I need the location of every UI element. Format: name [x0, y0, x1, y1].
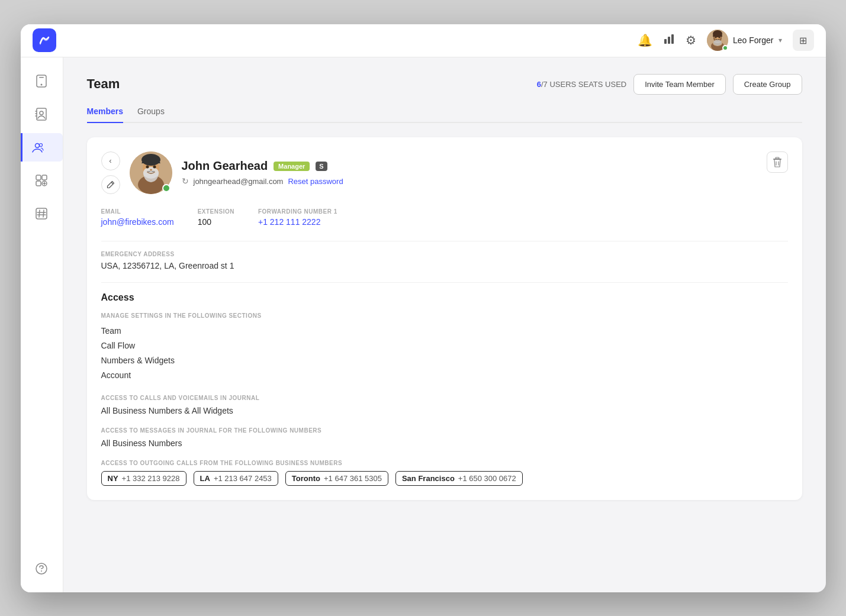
member-info: John Gearhead Manager S ↻ johngearhead@g… — [182, 159, 788, 186]
email-login-icon: ↻ — [182, 176, 189, 186]
voicemails-value: All Business Numbers & All Widgets — [101, 406, 788, 415]
number-la: +1 213 647 2453 — [214, 474, 272, 483]
member-header: ‹ — [101, 151, 788, 194]
outgoing-label: ACCESS TO OUTGOING CALLS FROM THE FOLLOW… — [101, 460, 788, 466]
svg-point-14 — [41, 83, 43, 85]
chart-icon[interactable] — [663, 33, 675, 48]
user-chip[interactable]: Leo Forger ▾ — [707, 30, 781, 51]
detail-grid: EMAIL john@firebikes.com EXTENSION 100 F… — [101, 208, 788, 227]
sidebar-item-contacts[interactable] — [27, 100, 56, 128]
city-ny: NY — [108, 474, 118, 483]
settings-icon[interactable]: ⚙ — [686, 33, 696, 47]
tab-groups[interactable]: Groups — [137, 107, 165, 122]
s-badge: S — [316, 162, 327, 171]
number-toronto: +1 647 361 5305 — [324, 474, 382, 483]
edit-member-button[interactable] — [101, 175, 120, 194]
email-field: EMAIL john@firebikes.com — [101, 208, 174, 227]
svg-rect-15 — [39, 77, 44, 78]
page-title: Team — [87, 76, 120, 92]
number-sf: +1 650 300 0672 — [458, 474, 516, 483]
grid-menu-icon[interactable]: ⊞ — [793, 30, 814, 51]
sidebar-item-team[interactable] — [21, 133, 63, 162]
list-item: Call Flow — [101, 338, 788, 353]
member-name: John Gearhead — [182, 159, 268, 173]
member-avatar-container — [130, 151, 172, 194]
seats-used: 6 — [537, 80, 541, 89]
topbar: 🔔 ⚙ — [21, 24, 826, 57]
extension-label: EXTENSION — [198, 208, 234, 215]
email-label: EMAIL — [101, 208, 174, 215]
create-group-button[interactable]: Create Group — [733, 74, 802, 95]
member-email-row: ↻ johngearhead@gmail.com Reset password — [182, 176, 788, 186]
sidebar-item-channels[interactable] — [27, 199, 56, 228]
page-header: Team 6/7 USERS SEATS USED Invite Team Me… — [87, 74, 802, 95]
svg-line-36 — [111, 182, 113, 184]
seats-label: USERS SEATS USED — [549, 80, 626, 89]
sidebar-item-phone[interactable] — [27, 67, 56, 95]
svg-point-22 — [39, 143, 42, 146]
tab-members[interactable]: Members — [87, 107, 123, 122]
tabs: Members Groups — [87, 107, 802, 123]
sidebar-item-help[interactable] — [27, 554, 56, 583]
topbar-actions: 🔔 ⚙ — [638, 30, 813, 51]
member-card: ‹ — [87, 137, 802, 501]
svg-point-41 — [146, 165, 149, 168]
member-name-row: John Gearhead Manager S — [182, 159, 788, 173]
list-item: Team — [101, 324, 788, 338]
svg-rect-24 — [42, 175, 47, 180]
sidebar — [21, 57, 63, 592]
svg-rect-0 — [664, 39, 667, 44]
member-online-status — [162, 184, 171, 192]
prev-member-button[interactable]: ‹ — [101, 151, 120, 170]
city-la: LA — [200, 474, 210, 483]
online-status-dot — [722, 45, 728, 51]
divider-1 — [101, 241, 788, 241]
emergency-address-section: EMERGENCY ADDRESS USA, 12356712, LA, Gre… — [101, 251, 788, 270]
main-content: Team 6/7 USERS SEATS USED Invite Team Me… — [63, 57, 826, 592]
main-layout: Team 6/7 USERS SEATS USED Invite Team Me… — [21, 57, 826, 592]
svg-point-35 — [41, 570, 42, 572]
emergency-address-value: USA, 12356712, LA, Greenroad st 1 — [101, 261, 788, 270]
svg-point-17 — [40, 111, 43, 115]
emergency-address-label: EMERGENCY ADDRESS — [101, 251, 788, 257]
svg-rect-25 — [36, 181, 41, 186]
svg-rect-29 — [36, 208, 47, 219]
extension-value: 100 — [198, 217, 234, 227]
forwarding-value: +1 212 111 2222 — [258, 217, 337, 227]
email-value: john@firebikes.com — [101, 217, 174, 227]
user-chevron-icon: ▾ — [779, 36, 782, 44]
svg-rect-23 — [36, 175, 41, 180]
svg-rect-45 — [776, 157, 779, 159]
invite-team-member-button[interactable]: Invite Team Member — [633, 74, 726, 95]
member-login-email: johngearhead@gmail.com — [194, 177, 284, 186]
svg-rect-1 — [668, 37, 670, 44]
topbar-left — [33, 28, 56, 52]
svg-point-21 — [35, 143, 39, 147]
number-chip-ny: NY +1 332 213 9228 — [101, 471, 186, 486]
extension-field: EXTENSION 100 — [198, 208, 234, 227]
voicemails-section: ACCESS TO CALLS AND VOICEMAILS IN JOURNA… — [101, 395, 788, 415]
messages-section: ACCESS TO MESSAGES IN JOURNAL FOR THE FO… — [101, 427, 788, 448]
number-ny: +1 332 213 9228 — [122, 474, 180, 483]
svg-line-30 — [39, 210, 40, 217]
manage-settings-list: Team Call Flow Numbers & Widgets Account — [101, 324, 788, 383]
svg-rect-2 — [671, 34, 674, 44]
member-nav: ‹ — [101, 151, 120, 194]
sidebar-item-integrations[interactable] — [27, 166, 56, 195]
access-title: Access — [101, 292, 788, 303]
number-chip-sf: San Francisco +1 650 300 0672 — [395, 471, 523, 486]
city-toronto: Toronto — [292, 474, 320, 483]
delete-member-button[interactable] — [767, 151, 788, 173]
forwarding-field: FORWARDING NUMBER 1 +1 212 111 2222 — [258, 208, 337, 227]
divider-2 — [101, 282, 788, 283]
manage-settings-section: MANAGE SETTINGS IN THE FOLLOWING SECTION… — [101, 312, 788, 383]
voicemails-label: ACCESS TO CALLS AND VOICEMAILS IN JOURNA… — [101, 395, 788, 401]
notification-icon[interactable]: 🔔 — [638, 33, 652, 47]
reset-password-link[interactable]: Reset password — [288, 177, 343, 186]
list-item: Numbers & Widgets — [101, 353, 788, 368]
business-numbers-row: NY +1 332 213 9228 LA +1 213 647 2453 To… — [101, 471, 788, 486]
seats-total: 7 — [543, 80, 548, 89]
number-chip-toronto: Toronto +1 647 361 5305 — [285, 471, 388, 486]
forwarding-label: FORWARDING NUMBER 1 — [258, 208, 337, 215]
logo-icon — [33, 28, 56, 52]
